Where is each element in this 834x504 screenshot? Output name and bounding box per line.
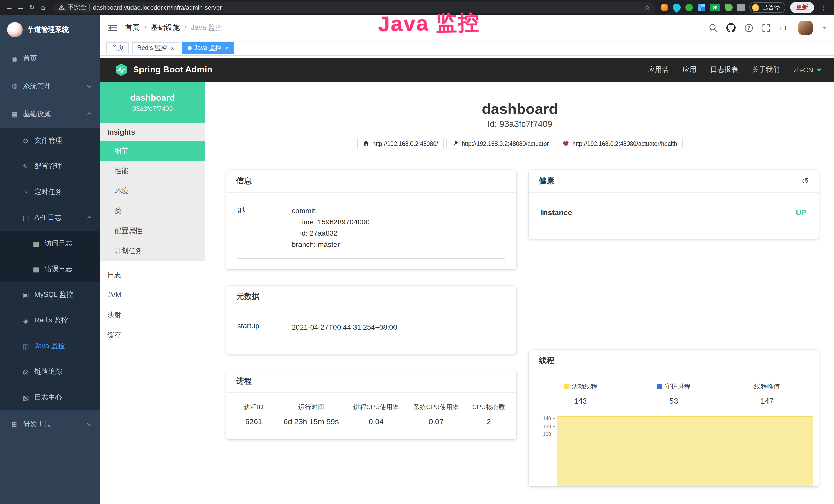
sidebar-item-java-monitor[interactable]: ◫ Java 监控 [0,333,100,359]
health-url-link[interactable]: http://192.168.0.2:48080/actuator/health [557,138,683,150]
history-icon[interactable]: ↺ [802,177,809,185]
browser-update-button[interactable]: 更新 [790,2,814,13]
sidebar-item-scheduled-tasks[interactable]: ◔ 定时任务 [0,179,100,205]
paused-extension-badge[interactable]: 已暂停 [749,2,786,13]
active-threads-area [557,416,813,486]
search-icon[interactable] [709,23,718,32]
security-label: 不安全 [68,3,86,12]
metadata-card: 元数据 startup 2021-04-27T00:44:31.254+08:0… [226,285,516,354]
extension-icon-1[interactable] [660,4,668,11]
home-icon[interactable]: ⌂ [38,0,48,15]
omnibox-divider [89,4,90,11]
github-icon[interactable] [726,23,736,32]
admin-sidebar: 芋道管理系统 ◉ 首页 ⚙ 系统管理 ▦ 基础设施 ⊙ 文件管理 ✎ 配置管理 … [0,15,100,504]
sidebar-item-access-logs[interactable]: ▥ 访问日志 [0,231,100,256]
tab-java-monitor[interactable]: Java 监控 × [182,42,234,54]
sidebar-item-home[interactable]: ◉ 首页 [0,45,100,72]
startup-row: startup 2021-04-27T00:44:31.254+08:00 [237,321,505,342]
logo-avatar [7,22,23,38]
tags-view: 首页 Redis 监控 × Java 监控 × [100,41,834,56]
right-column: 健康 ↺ Instance UP [529,170,819,503]
sba-item-scheduled-tasks[interactable]: 计划任务 [100,241,205,261]
sba-item-metrics[interactable]: 性能 [100,161,205,181]
logo-area[interactable]: 芋道管理系统 [0,15,100,45]
sba-item-config-props[interactable]: 配置属性 [100,221,205,241]
extension-icon-6[interactable] [725,4,732,11]
threads-values: 143 53 147 [534,391,814,405]
address-bar[interactable]: 不安全 dashboard.yudao.iocoder.cn/infra/adm… [53,2,655,13]
url-text: dashboard.yudao.iocoder.cn/infra/admin-s… [93,4,222,11]
home-icon [363,140,369,147]
help-icon[interactable]: ? [744,23,753,32]
sba-item-classes[interactable]: 类 [100,201,205,221]
instance-subtitle: Id: 93a3fc7f7409 [205,119,834,130]
sidebar-item-tracing[interactable]: ◎ 链路追踪 [0,359,100,385]
access-log-icon: ▥ [32,239,40,247]
sba-item-logs[interactable]: 日志 [100,265,205,285]
sidebar-item-error-logs[interactable]: ▥ 错误日志 [0,256,100,282]
user-avatar[interactable] [798,21,813,35]
forward-icon[interactable]: → [16,0,26,15]
redis-monitor-icon: ◈ [22,317,30,324]
sba-item-jvm[interactable]: JVM [100,285,205,305]
java-monitor-icon: ◫ [22,342,30,350]
fullscreen-icon[interactable] [762,23,771,32]
reload-icon[interactable]: ↻ [27,0,37,15]
screenshot: ← → ↻ ⌂ 不安全 dashboard.yudao.iocoder.cn/i… [0,0,834,504]
breadcrumb: 首页 / 基础设施 / Java 监控 [125,23,223,32]
sba-logo-icon [114,63,128,76]
chevron-down-icon [817,67,821,71]
sidebar-item-infrastructure[interactable]: ▦ 基础设施 [0,100,100,128]
sba-nav-wallboard[interactable]: 应用墙 [648,65,668,74]
sidebar-item-dev-tools[interactable]: ⊞ 研发工具 [0,410,100,438]
sba-item-details[interactable]: 细节 [100,141,205,161]
service-url-link[interactable]: http://192.168.0.2:48080/ [357,138,444,150]
hamburger-icon[interactable] [108,24,117,31]
avatar-caret-icon[interactable] [822,26,827,29]
sidebar-item-system-management[interactable]: ⚙ 系统管理 [0,72,100,100]
close-icon[interactable]: × [225,44,228,52]
chevron-down-icon [87,421,92,426]
sba-item-mappings[interactable]: 映射 [100,305,205,325]
active-dot [188,46,192,50]
sba-nav-journal[interactable]: 日志报表 [710,65,738,74]
close-icon[interactable]: × [171,44,174,52]
extension-icon-4[interactable] [697,4,705,11]
chart-y-axis: 140 120 100 [534,414,557,486]
extension-icon-7[interactable] [737,4,745,11]
sidebar-item-mysql-monitor[interactable]: ▣ MySQL 监控 [0,282,100,307]
browser-menu-icon[interactable]: ⋮ [819,0,829,15]
extension-icon-2[interactable] [671,2,682,13]
chevron-up-icon [87,216,92,221]
sidebar-item-file-management[interactable]: ⊙ 文件管理 [0,128,100,154]
sba-nav-applications[interactable]: 应用 [682,65,696,74]
sba-item-caches[interactable]: 缓存 [100,325,205,345]
tab-redis-monitor[interactable]: Redis 监控 × [132,42,179,54]
instance-links: http://192.168.0.2:48080/ http://192.168… [205,138,834,150]
svg-text:T: T [779,26,782,31]
health-instance-row[interactable]: Instance UP [540,203,808,225]
sidebar-item-config-management[interactable]: ✎ 配置管理 [0,154,100,179]
emoji-face-icon [752,4,759,11]
process-card-title: 进程 [226,370,516,393]
breadcrumb-section[interactable]: 基础设施 [151,23,180,32]
sidebar-item-redis-monitor[interactable]: ◈ Redis 监控 [0,307,100,333]
tab-home[interactable]: 首页 [106,42,129,54]
sba-nav-about[interactable]: 关于我们 [752,65,780,74]
annotation-java-monitor: Java 监控 [378,8,480,39]
actuator-url-link[interactable]: http://192.168.0.2:48080/actuator [446,138,554,150]
locale-select[interactable]: zh-CN [793,66,820,74]
extension-icon-3[interactable] [685,4,693,11]
back-icon[interactable]: ← [4,0,14,15]
sba-nav-links: 应用墙 应用 日志报表 关于我们 zh-CN [648,65,820,74]
sba-brand[interactable]: Spring Boot Admin [114,63,213,76]
file-management-icon: ⊙ [22,137,30,144]
breadcrumb-home[interactable]: 首页 [125,23,140,32]
extension-on-icon[interactable]: on [710,4,720,11]
font-size-icon[interactable]: TT [779,24,790,32]
sidebar-item-log-center[interactable]: ▧ 日志中心 [0,385,100,410]
bookmark-star-icon[interactable]: ☆ [644,4,650,11]
sba-item-environment[interactable]: 环境 [100,181,205,201]
sidebar-item-api-logs[interactable]: ▤ API 日志 [0,205,100,231]
instance-header[interactable]: dashboard 93a3fc7f7409 [100,82,205,123]
